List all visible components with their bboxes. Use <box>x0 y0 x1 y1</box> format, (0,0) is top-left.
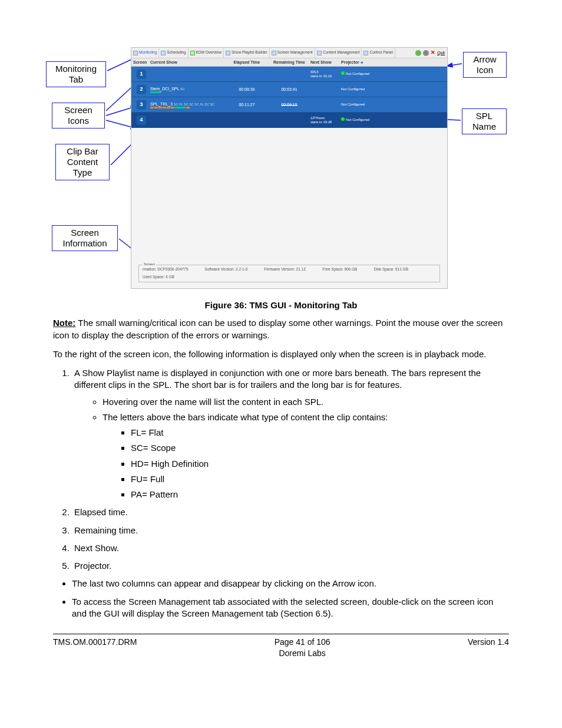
status-dot-green <box>415 50 421 56</box>
footer-right: Version 1.4 <box>468 637 509 659</box>
tab-kdm[interactable]: KDM Overview <box>189 48 224 58</box>
screen-icon-3[interactable]: 3 <box>137 100 146 110</box>
tms-gui-screenshot: Monitoring Scheduling KDM Overview Show … <box>131 47 448 289</box>
callout-monitoring-tab: Monitoring Tab <box>46 61 106 87</box>
screen-icon-1[interactable]: 1 <box>137 70 146 79</box>
list-item: The letters above the bars indicate what… <box>103 411 509 501</box>
tab-screen-mgmt[interactable]: Screen Management <box>270 48 315 58</box>
callout-clip-bar: Clip Bar Content Type <box>55 144 110 180</box>
list-item: SC= Scope <box>131 442 509 454</box>
screen-information-panel: Screen rmation: DCP2000-204775 Software … <box>138 265 440 282</box>
screen-row-2[interactable]: 2 Stem_DCI_SPL SC 00:08:36 00:03:41 Not … <box>131 82 447 97</box>
list-item: FL= Flat <box>131 427 509 439</box>
list-item: HD= High Definition <box>131 458 509 470</box>
footer-left: TMS.OM.000177.DRM <box>53 637 137 659</box>
tab-scheduling[interactable]: Scheduling <box>159 48 188 58</box>
screen-row-3[interactable]: 3 SPL_TRL_3 SC FL SC SC SC FL SC SC 00:1… <box>131 97 447 113</box>
quit-label[interactable]: Quit <box>437 50 445 55</box>
list-item: Projector. <box>72 560 509 572</box>
list-item: To access the Screen Management tab asso… <box>72 596 509 620</box>
bullet-list: The last two columns can appear and disa… <box>72 578 509 620</box>
list-item: Next Show. <box>72 542 509 554</box>
status-led-icon <box>341 117 345 121</box>
callout-spl-name: SPL Name <box>462 108 507 134</box>
status-led-icon <box>341 71 345 75</box>
screen-row-1[interactable]: 1 SPL5starts in: 01:19 Not Configured <box>131 67 447 82</box>
callout-screen-icons: Screen Icons <box>52 103 105 129</box>
screen-row-4[interactable]: 4 12THoursstarts in: 03:28 Not Configure… <box>131 113 447 128</box>
tab-control-panel[interactable]: Control Panel <box>362 48 395 58</box>
list-item: A Show Playlist name is displayed in con… <box>72 367 509 500</box>
status-dot-gray <box>423 50 429 56</box>
screen-icon-2[interactable]: 2 <box>137 85 146 94</box>
list-item: Remaining time. <box>72 525 509 536</box>
list-item: Elapsed time. <box>72 506 509 518</box>
list-item: PA= Pattern <box>131 489 509 500</box>
tab-spl-builder[interactable]: Show Playlist Builder <box>224 48 270 58</box>
main-ordered-list: A Show Playlist name is displayed in con… <box>72 367 509 572</box>
note-paragraph: Note: The small warning/critical icon ca… <box>53 317 509 341</box>
callout-screen-information: Screen Information <box>52 225 118 251</box>
column-headers: Screen Current Show Elapsed Time Remaini… <box>131 58 447 67</box>
figure-caption: Figure 36: TMS GUI - Monitoring Tab <box>53 299 509 311</box>
tab-monitoring[interactable]: Monitoring <box>131 48 159 58</box>
gui-tab-bar: Monitoring Scheduling KDM Overview Show … <box>131 48 447 58</box>
quit-x-icon[interactable]: ✕ <box>431 49 435 56</box>
svg-line-6 <box>447 64 462 66</box>
footer-center: Page 41 of 106Doremi Labs <box>275 637 330 659</box>
list-item: The last two columns can appear and disa… <box>72 578 509 589</box>
figure-block: Monitoring Tab Screen Icons Clip Bar Con… <box>53 47 509 295</box>
screen-icon-4[interactable]: 4 <box>137 116 146 125</box>
page-footer: TMS.OM.000177.DRM Page 41 of 106Doremi L… <box>53 637 509 659</box>
spl-name-label: Stem_DCI_SPL <box>150 87 179 91</box>
tab-content-mgmt[interactable]: Content Management <box>315 48 362 58</box>
list-item: Hovering over the name will list the con… <box>103 396 509 408</box>
spl-name-label: SPL_TRL_3 <box>150 102 173 106</box>
intro-paragraph: To the right of the screen icon, the fol… <box>53 348 509 360</box>
callout-arrow-icon: Arrow Icon <box>463 52 507 78</box>
clip-bars <box>150 91 226 93</box>
arrow-icon[interactable]: ◂ <box>361 60 363 65</box>
clip-bars <box>150 107 226 108</box>
list-item: FU= Full <box>131 473 509 485</box>
footer-divider <box>53 634 509 634</box>
quit-zone: ✕ Quit <box>413 48 447 58</box>
